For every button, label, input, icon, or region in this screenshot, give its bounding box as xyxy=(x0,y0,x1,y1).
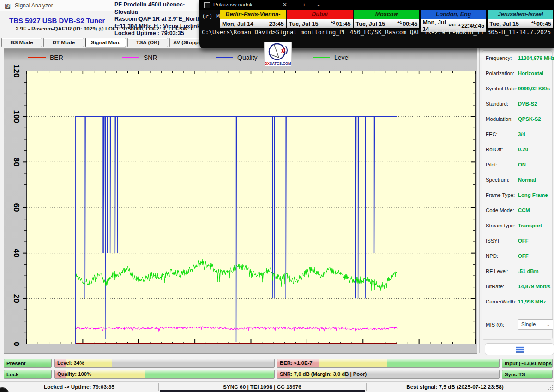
legend-label: Level xyxy=(334,54,349,61)
level-bar-label: Level: 34% xyxy=(57,360,84,366)
clock-city: Jerusalem-Israel xyxy=(488,10,553,19)
param-value: Long Frame xyxy=(518,192,548,198)
param-value: Transport xyxy=(518,223,542,228)
param-row-fec: FEC:3/4 xyxy=(486,131,550,138)
param-label: Polarization: xyxy=(486,71,514,76)
ber-bar: BER: <1.0E-7 xyxy=(277,359,500,368)
clock-time: 00:45 xyxy=(403,21,417,27)
dxsatcs-logo-graphic xyxy=(265,42,291,61)
tab-bs-mode[interactable]: BS Mode xyxy=(1,38,42,47)
tuner-title: TBS 5927 USB DVB-S2 Tuner xyxy=(9,17,105,24)
tab-dt-mode[interactable]: DT Mode xyxy=(43,38,84,47)
param-label: Symbol Rate: xyxy=(486,86,517,91)
tab-signal-mon[interactable]: Signal Mon. xyxy=(85,38,126,47)
clock-utc-offset: +1 xyxy=(397,20,402,24)
param-label: ISSYI xyxy=(486,238,499,244)
quality-bar: Quality: 100% xyxy=(54,370,275,379)
mis-row: MIS (0):Single⌄ xyxy=(486,322,552,327)
param-row-carrierwidth: CarrierWidth:11,998 MHz xyxy=(486,299,550,305)
bar-tail-line xyxy=(20,374,50,374)
clock-date: Tue, Jul 15 xyxy=(489,21,531,27)
svg-text:100: 100 xyxy=(12,110,21,123)
tab-av-stopped[interactable]: AV (Stopped) xyxy=(169,38,199,47)
legend-item-snr: SNR xyxy=(122,53,157,62)
param-row-rf-level: RF Level:-51 dBm xyxy=(486,268,550,275)
clock-time: 23:45 xyxy=(269,21,284,27)
legend-line-swatch xyxy=(313,57,330,58)
clock-city: London, Eng xyxy=(421,10,486,19)
clock-time: 00:45 xyxy=(536,21,551,27)
legend-line-swatch xyxy=(216,57,233,58)
param-row-rolloff: RollOff:0.20 xyxy=(486,147,550,153)
param-value: 14,879 Mbit/s xyxy=(518,284,550,289)
svg-text:20: 20 xyxy=(12,294,21,303)
svg-text:80: 80 xyxy=(12,158,21,166)
mis-dropdown[interactable]: Single⌄ xyxy=(518,319,553,330)
svg-text:60: 60 xyxy=(12,203,21,212)
sync-ts-bar: Sync TS xyxy=(502,370,553,379)
clock-utc-offset: DST -1 xyxy=(449,23,460,27)
dxsatcs-logo: DXSATCS.COM xyxy=(264,42,292,66)
param-row-stream-type: Stream type:Transport xyxy=(486,223,550,229)
param-row-spectrum: Spectrum:Normal xyxy=(486,177,550,184)
legend-line-swatch xyxy=(122,57,139,58)
clock-london-eng: London, EngMon, Jul 14DST -122:45:45 xyxy=(420,10,487,29)
param-value: Horizontal xyxy=(518,71,543,76)
param-label: Stream type: xyxy=(486,223,515,228)
param-label: NPD: xyxy=(486,253,498,259)
terminal-new-tab-icon[interactable]: + xyxy=(302,1,306,8)
chart-panel: BERSNRQualityLevel 020406080100120 xyxy=(4,48,477,354)
signal-chart: 020406080100120 xyxy=(4,49,477,353)
terminal-command-line[interactable]: C:\Users\Roman Dávid>Signal monitoring_P… xyxy=(202,29,553,36)
param-row-frequency: Frequency:11304,979 MHz xyxy=(486,55,550,62)
level-bar: Level: 34% xyxy=(54,359,275,368)
chevron-down-icon: ⌄ xyxy=(547,320,550,329)
clock-jerusalem-israel: Jerusalem-IsraelTue, Jul 15+100:45 xyxy=(487,10,554,29)
legend-item-quality: Quality xyxy=(216,53,258,62)
legend-label: BER xyxy=(50,54,63,61)
parameters-panel: Frequency:11304,979 MHzPolarization:Hori… xyxy=(479,48,554,353)
legend-item-ber: BER xyxy=(28,53,63,62)
list-icon xyxy=(516,346,524,353)
present-bar: Present xyxy=(4,359,52,368)
param-row-symbol-rate: Symbol Rate:9999,02 KS/s xyxy=(486,86,550,92)
clock-city: Moscow xyxy=(354,10,420,19)
taskbar-sliver xyxy=(160,390,365,392)
terminal-window[interactable]: Príkazový riadok ✕ + ⌄ (c) Mi Berlin-Par… xyxy=(199,0,554,48)
snr-bar-label: SNR: 7,0 dB (Margin: 3,0 dB | Poor) xyxy=(280,371,367,377)
terminal-close-icon[interactable]: ✕ xyxy=(283,1,287,8)
snr-bar: SNR: 7,0 dB (Margin: 3,0 dB | Poor) xyxy=(277,370,500,379)
annotation-line: Rascom QAF 1R at 2.9°E_North xyxy=(114,16,202,23)
clock-time: 22:45:45 xyxy=(461,23,484,29)
bar-tail-line xyxy=(27,363,50,363)
clock-dubai: DubaiTue, Jul 15+201:45 xyxy=(287,10,353,29)
annotation-block: PF Prodelin 450/Lučenec-Slovakia Rascom … xyxy=(114,1,202,37)
param-label: Frequency: xyxy=(486,55,512,61)
clock-city: Berlin-Paris-Vienna-Roma xyxy=(220,10,286,19)
legend-line-swatch xyxy=(28,57,46,58)
clock-date: Mon, Jul 14 xyxy=(222,21,268,27)
resize-grip[interactable] xyxy=(547,385,553,391)
param-row-modulation: Modulation:QPSK-S2 xyxy=(486,116,550,123)
param-value: -51 dBm xyxy=(518,268,539,274)
present-bar-label: Present xyxy=(6,361,25,366)
clock-berlin-paris-vienna-roma: Berlin-Paris-Vienna-RomaMon, Jul 1423:45 xyxy=(220,10,286,29)
world-clocks: Berlin-Paris-Vienna-RomaMon, Jul 1423:45… xyxy=(220,10,554,29)
param-value: QPSK-S2 xyxy=(518,116,541,122)
param-row-issyi: ISSYIOFF xyxy=(486,238,550,244)
status-lock-uptime: Locked -> Uptime: 79:03:35 xyxy=(0,384,158,390)
clock-utc-offset: +2 xyxy=(331,20,335,24)
terminal-dropdown-icon[interactable]: ⌄ xyxy=(316,1,321,7)
input-bar-label: Input (~13,91 Mbps) xyxy=(505,361,553,366)
param-label: Spectrum: xyxy=(486,177,509,183)
terminal-icon xyxy=(204,2,210,8)
param-label: Frame Type: xyxy=(486,192,515,198)
quality-bar-label: Quality: 100% xyxy=(57,371,91,377)
parameters-box: Frequency:11304,979 MHzPolarization:Hori… xyxy=(482,50,553,340)
param-label: Code Mode: xyxy=(486,208,514,213)
param-value: 3/4 xyxy=(518,131,525,137)
app-title: Signal Analyzer xyxy=(15,2,53,9)
transport-list-button[interactable] xyxy=(485,343,554,355)
terminal-titlebar[interactable]: Príkazový riadok ✕ + ⌄ xyxy=(199,0,554,10)
tab-tsa-ok[interactable]: TSA (OK) xyxy=(127,38,168,47)
